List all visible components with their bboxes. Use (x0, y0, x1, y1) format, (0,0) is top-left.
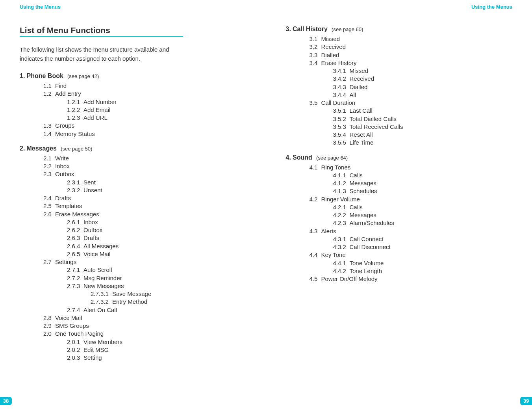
item-2-0-1: 2.0.1View Members (67, 338, 247, 346)
item-2-6-1: 2.6.1Inbox (67, 218, 247, 226)
item-4-1-3: 4.1.3Schedules (333, 187, 513, 195)
item-4-1-2: 4.1.2Messages (333, 179, 513, 187)
item-3-5-2: 3.5.2Total Dialled Calls (333, 115, 513, 123)
item-4-3-2: 4.3.2Call Disconnect (333, 243, 513, 251)
menu-3-number: 3. (286, 26, 291, 32)
menu-3-heading: 3. Call History (see page 60) (286, 26, 513, 33)
item-3-5: 3.5Call Duration (310, 99, 513, 107)
item-1-1: 1.1Find (43, 82, 247, 90)
item-2-6-2: 2.6.2Outbox (67, 226, 247, 234)
item-4-3-1: 4.3.1Call Connect (333, 235, 513, 243)
menu-2-heading: 2. Messages (see page 50) (20, 145, 247, 152)
menu-2-number: 2. (20, 145, 25, 152)
item-1-2-1: 1.2.1Add Number (67, 98, 247, 106)
running-header-left: Using the Menus (20, 4, 247, 10)
item-4-3: 4.3Alerts (310, 227, 513, 235)
item-2-3: 2.3Outbox (43, 170, 247, 178)
item-2-7-3-2: 2.7.3.2Entry Method (91, 298, 247, 306)
item-4-4-1: 4.4.1Tone Volume (333, 259, 513, 267)
item-2-6-4: 2.6.4All Messages (67, 242, 247, 250)
item-3-4-2: 3.4.2Received (333, 75, 513, 83)
item-4-4-2: 4.4.2Tone Length (333, 267, 513, 275)
item-2-6-5: 2.6.5Voice Mail (67, 250, 247, 258)
item-4-5: 4.5Power On/Off Melody (310, 275, 513, 283)
item-2-6: 2.6Erase Messages (43, 210, 247, 218)
section-title: List of Menu Functions (20, 26, 183, 37)
page-left: Using the Menus List of Menu Functions T… (0, 0, 266, 409)
menu-4-number: 4. (286, 154, 291, 161)
item-2-6-3: 2.6.3Drafts (67, 234, 247, 242)
item-2-7-4: 2.7.4Alert On Call (67, 306, 247, 314)
item-2-7-2: 2.7.2Msg Reminder (67, 274, 247, 282)
page-spread: Using the Menus List of Menu Functions T… (0, 0, 532, 409)
item-2-0-3: 2.0.3Setting (67, 354, 247, 362)
item-2-7-1: 2.7.1Auto Scroll (67, 266, 247, 274)
item-4-1: 4.1Ring Tones (310, 164, 513, 171)
item-2-0-2: 2.0.2Edit MSG (67, 346, 247, 354)
item-2-7-3-1: 2.7.3.1Save Message (91, 290, 247, 298)
item-4-4: 4.4Key Tone (310, 251, 513, 259)
item-4-1-1: 4.1.1Calls (333, 171, 513, 179)
menu-1-ref: (see page 42) (67, 73, 99, 79)
item-2-8: 2.8Voice Mail (43, 314, 247, 322)
menu-4-ref: (see page 64) (316, 155, 348, 161)
item-3-4: 3.4Erase History (310, 59, 513, 67)
item-2-7-3: 2.7.3New Messages (67, 282, 247, 290)
page-number-right: 39 (520, 397, 532, 405)
menu-1-number: 1. (20, 73, 25, 79)
item-3-2: 3.2Received (310, 43, 513, 51)
menu-3-title: Call History (293, 26, 328, 32)
menu-4-title: Sound (293, 154, 312, 161)
page-right: Using the Menus 3. Call History (see pag… (266, 0, 532, 409)
item-2-2: 2.2Inbox (43, 162, 247, 170)
item-2-3-2: 2.3.2Unsent (67, 186, 247, 194)
intro-text: The following list shows the menu struct… (20, 45, 181, 63)
item-2-5: 2.5Templates (43, 202, 247, 210)
item-4-2-2: 4.2.2Messages (333, 211, 513, 219)
item-3-4-1: 3.4.1Missed (333, 67, 513, 75)
item-4-2: 4.2Ringer Volume (310, 195, 513, 203)
item-3-1: 3.1Missed (310, 35, 513, 43)
item-1-2: 1.2Add Entry (43, 90, 247, 98)
item-2-0: 2.0One Touch Paging (43, 330, 247, 338)
item-3-5-5: 3.5.5Life Time (333, 139, 513, 147)
item-2-7: 2.7Settings (43, 258, 247, 266)
menu-2-title: Messages (27, 145, 57, 152)
item-3-5-3: 3.5.3Total Received Calls (333, 123, 513, 131)
item-3-3: 3.3Dialled (310, 51, 513, 59)
item-4-2-1: 4.2.1Calls (333, 203, 513, 211)
menu-1-heading: 1. Phone Book (see page 42) (20, 73, 247, 80)
item-1-2-2: 1.2.2Add Email (67, 106, 247, 114)
item-3-4-3: 3.4.3Dialled (333, 83, 513, 91)
item-2-3-1: 2.3.1Sent (67, 178, 247, 186)
item-2-4: 2.4Drafts (43, 194, 247, 202)
menu-4-heading: 4. Sound (see page 64) (286, 154, 513, 161)
menu-1-title: Phone Book (27, 73, 63, 79)
menu-2-ref: (see page 50) (61, 146, 92, 152)
page-number-left: 38 (0, 397, 12, 405)
running-header-right: Using the Menus (286, 4, 513, 10)
item-3-4-4: 3.4.4All (333, 91, 513, 99)
item-1-3: 1.3Groups (43, 122, 247, 130)
item-2-9: 2.9SMS Groups (43, 322, 247, 330)
item-3-5-4: 3.5.4Reset All (333, 131, 513, 139)
item-3-5-1: 3.5.1Last Call (333, 107, 513, 115)
item-1-4: 1.4Memory Status (43, 130, 247, 138)
item-4-2-3: 4.2.3Alarm/Schedules (333, 219, 513, 227)
item-1-2-3: 1.2.3Add URL (67, 114, 247, 122)
menu-3-ref: (see page 60) (332, 26, 363, 32)
item-2-1: 2.1Write (43, 154, 247, 162)
